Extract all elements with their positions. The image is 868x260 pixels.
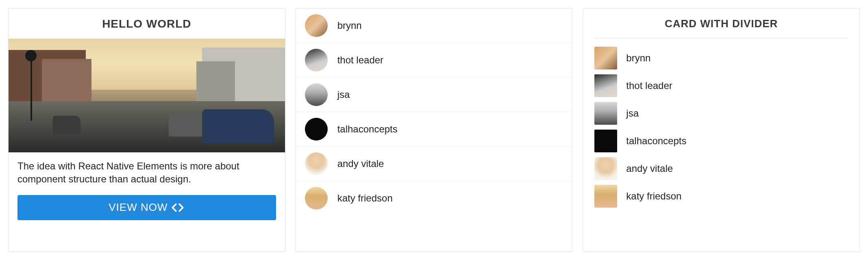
user-name: thot leader bbox=[626, 80, 672, 91]
list-item[interactable]: andy vitale bbox=[296, 147, 572, 181]
avatar bbox=[305, 187, 328, 210]
avatar bbox=[594, 130, 617, 152]
list-item[interactable]: talhaconcepts bbox=[594, 130, 848, 152]
user-name: katy friedson bbox=[337, 193, 393, 204]
user-name: thot leader bbox=[337, 54, 383, 66]
list-item[interactable]: thot leader bbox=[296, 43, 572, 78]
avatar bbox=[305, 49, 328, 72]
card-image bbox=[9, 39, 285, 152]
list-item[interactable]: andy vitale bbox=[594, 157, 848, 180]
list-item[interactable]: talhaconcepts bbox=[296, 112, 572, 147]
view-now-button[interactable]: VIEW NOW bbox=[17, 195, 276, 220]
card-title: HELLO WORLD bbox=[9, 9, 285, 39]
avatar bbox=[594, 185, 617, 208]
user-name: andy vitale bbox=[626, 163, 673, 174]
avatar bbox=[594, 102, 617, 125]
user-name: brynn bbox=[626, 52, 650, 64]
user-name: andy vitale bbox=[337, 158, 384, 169]
list-item[interactable]: katy friedson bbox=[594, 185, 848, 208]
user-name: katy friedson bbox=[626, 191, 681, 202]
avatar bbox=[305, 152, 328, 175]
button-label: VIEW NOW bbox=[109, 201, 168, 214]
avatar bbox=[305, 118, 328, 141]
list-item[interactable]: jsa bbox=[296, 78, 572, 112]
avatar bbox=[305, 83, 328, 106]
list-item[interactable]: thot leader bbox=[594, 74, 848, 97]
card-body-text: The idea with React Native Elements is m… bbox=[9, 152, 285, 192]
card-title: CARD WITH DIVIDER bbox=[594, 17, 848, 39]
user-name: talhaconcepts bbox=[626, 135, 686, 147]
avatar bbox=[594, 47, 617, 69]
list-item[interactable]: jsa bbox=[594, 102, 848, 125]
list-item[interactable]: brynn bbox=[296, 9, 572, 43]
avatar bbox=[594, 74, 617, 97]
card-user-list: brynnthot leaderjsatalhaconceptsandy vit… bbox=[296, 8, 573, 252]
user-name: talhaconcepts bbox=[337, 124, 398, 135]
card-with-divider: CARD WITH DIVIDER brynnthot leaderjsatal… bbox=[583, 8, 860, 252]
code-icon bbox=[171, 202, 185, 213]
avatar bbox=[305, 14, 328, 37]
user-name: brynn bbox=[337, 20, 362, 31]
list-item[interactable]: brynn bbox=[594, 47, 848, 69]
user-name: jsa bbox=[626, 108, 639, 119]
card-hello-world: HELLO WORLD The idea with React Native E… bbox=[8, 8, 285, 252]
avatar bbox=[594, 157, 617, 180]
list-item[interactable]: katy friedson bbox=[296, 181, 572, 215]
user-name: jsa bbox=[337, 89, 350, 100]
